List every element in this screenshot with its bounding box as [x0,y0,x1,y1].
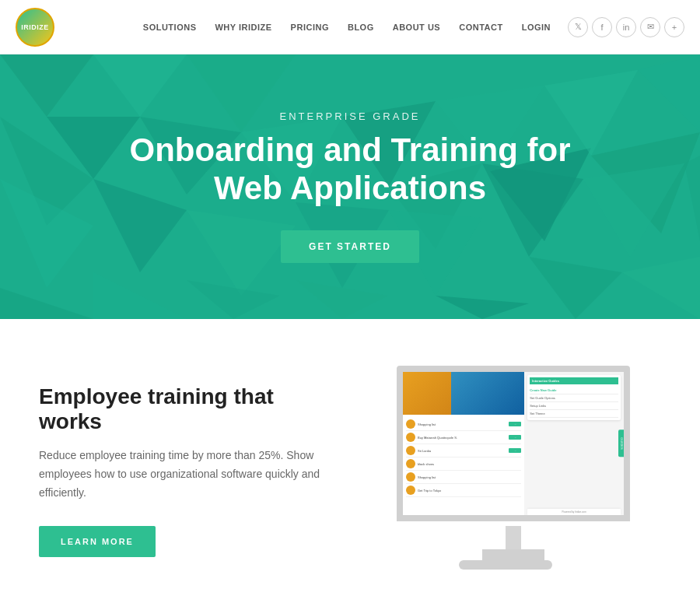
screen-left: Shopping list → Buy Matarrah Quattropole… [403,372,524,515]
list-item: Sri Lanka → [406,444,521,458]
twitter-icon[interactable]: 𝕏 [568,17,588,37]
monitor-foot [459,560,552,570]
screen-image-inner [451,372,524,415]
monitor-screen: Shopping list → Buy Matarrah Quattropole… [397,366,630,521]
nav-why-iridize[interactable]: WHY IRIDIZE [205,23,281,32]
list-icon [406,433,415,442]
list-button[interactable]: → [509,448,521,453]
list-text: black shoes [418,462,521,466]
content-left: Employee training that works Reduce empl… [39,384,334,556]
nav-about-us[interactable]: ABOUT US [383,23,450,32]
panel-header: Interactive Guides [530,377,618,384]
guides-tag: GUIDES [618,429,625,457]
list-item: Shopping list → [406,418,521,431]
hero-title: Onboarding and Training for Web Applicat… [117,131,583,207]
social-icons: 𝕏 f in ✉ + [568,17,684,37]
list-text: Shopping list [418,475,521,479]
content-heading: Employee training that works [39,384,334,434]
list-item: Buy Matarrah Quattropole S. → [406,431,521,444]
list-item: Get Trip to Tokyo [406,484,521,497]
nav-contact[interactable]: CONTACT [450,23,512,32]
header: IRIDIZE SOLUTIONS WHY IRIDIZE PRICING BL… [0,0,700,54]
content-right: Shopping list → Buy Matarrah Quattropole… [366,366,661,576]
list-text: Sri Lanka [418,449,506,453]
list-item: black shoes [406,458,521,471]
hero-content: ENTERPRISE GRADE Onboarding and Training… [117,110,583,263]
add-icon[interactable]: + [664,17,684,37]
monitor-mockup: Shopping list → Buy Matarrah Quattropole… [381,366,646,576]
email-icon[interactable]: ✉ [640,17,660,37]
list-text: Buy Matarrah Quattropole S. [418,436,506,440]
list-item: Shopping list [406,471,521,484]
nav-blog[interactable]: BLOG [338,23,383,32]
nav-solutions[interactable]: SOLUTIONS [134,23,206,32]
screen-right: Interactive Guides Create New Guide Set … [524,372,624,515]
content-section: Employee training that works Reduce empl… [0,319,700,589]
screen-list: Shopping list → Buy Matarrah Quattropole… [403,415,524,500]
panel-item-links[interactable]: Setup Links [530,402,618,410]
list-icon [406,446,415,455]
screen-content: Shopping list → Buy Matarrah Quattropole… [403,372,624,515]
logo-text: IRIDIZE [21,23,49,31]
nav-login[interactable]: LOGIN [513,23,560,32]
panel-item-theme[interactable]: Set Theme [530,410,618,418]
logo[interactable]: IRIDIZE [16,8,54,47]
list-button[interactable]: → [509,422,521,426]
learn-more-button[interactable]: LEARN MORE [39,526,156,557]
monitor-base [482,549,544,560]
panel-item-create[interactable]: Create New Guide [530,387,618,394]
facebook-icon[interactable]: f [592,17,612,37]
nav: SOLUTIONS WHY IRIDIZE PRICING BLOG ABOUT… [134,23,560,32]
list-text: Shopping list [418,422,506,426]
monitor-stand [506,526,521,549]
list-icon [406,459,415,468]
content-description: Reduce employee training time by more th… [39,447,334,502]
panel-item-options[interactable]: Set Guide Options [530,394,618,402]
list-icon [406,419,415,429]
list-button[interactable]: → [509,435,521,440]
screen-image [403,372,524,415]
list-icon [406,472,415,482]
linkedin-icon[interactable]: in [616,17,636,37]
list-icon [406,486,415,495]
powered-by: Powered by Iridize.com [527,509,621,515]
nav-pricing[interactable]: PRICING [282,23,338,32]
hero-subtitle: ENTERPRISE GRADE [117,110,583,122]
get-started-button[interactable]: GET STARTED [281,230,419,263]
guides-panel: Interactive Guides Create New Guide Set … [527,375,621,420]
hero-section: ENTERPRISE GRADE Onboarding and Training… [0,54,700,319]
list-text: Get Trip to Tokyo [418,489,521,493]
